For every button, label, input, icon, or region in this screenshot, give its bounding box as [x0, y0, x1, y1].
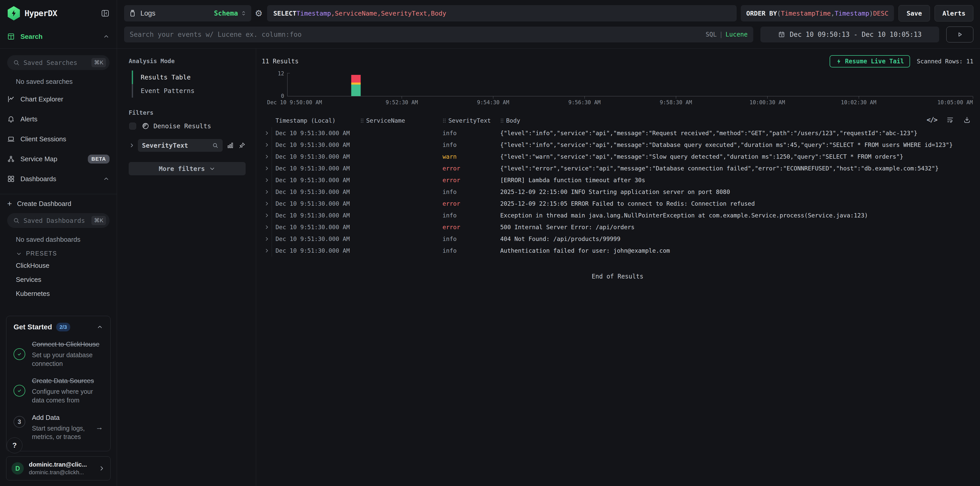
- row-expand-chevron-icon[interactable]: [262, 163, 272, 174]
- histogram-plot[interactable]: Dec 10 9:50:00 AM9:52:30 AM9:54:30 AM9:5…: [287, 73, 973, 96]
- download-icon[interactable]: [963, 116, 971, 124]
- x-axis-label: 10:05:00 AM: [937, 99, 973, 105]
- table-row[interactable]: Dec 10 9:51:30.000 AMinfo{"level":"info"…: [262, 139, 974, 151]
- sidebar-item-chart-explorer[interactable]: Chart Explorer: [7, 89, 110, 109]
- row-expand-chevron-icon[interactable]: [262, 221, 272, 233]
- saved-dashboards-field[interactable]: [24, 217, 91, 224]
- gear-icon[interactable]: ⚙: [255, 8, 262, 18]
- row-expand-chevron-icon[interactable]: [262, 245, 272, 257]
- order-by-box[interactable]: ORDER BY (TimestampTime, Timestamp) DESC: [741, 5, 894, 21]
- row-expand-chevron-icon[interactable]: [262, 210, 272, 221]
- column-header-body[interactable]: Body: [500, 117, 974, 124]
- column-header-severitytext[interactable]: SeverityText: [442, 117, 500, 124]
- histogram-bar[interactable]: [352, 75, 361, 96]
- table-row[interactable]: Dec 10 9:51:30.000 AMerror2025-12-09 22:…: [262, 198, 974, 210]
- chevron-up-icon[interactable]: [97, 324, 103, 330]
- chevron-right-icon[interactable]: [129, 142, 135, 148]
- bar-segment-error: [352, 75, 361, 83]
- step-description: Set up your database connection: [32, 351, 103, 368]
- chevron-up-icon[interactable]: [103, 33, 110, 40]
- chevron-up-icon[interactable]: [103, 175, 110, 182]
- sidebar-item-client-sessions[interactable]: Client Sessions: [7, 129, 110, 149]
- mode-divider: |: [719, 31, 723, 38]
- schema-mode-label: Schema: [214, 10, 238, 17]
- table-row[interactable]: Dec 10 9:51:30.000 AMerror500 Internal S…: [262, 221, 974, 233]
- resume-live-tail-button[interactable]: Resume Live Tail: [830, 55, 910, 67]
- table-row[interactable]: Dec 10 9:51:30.000 AMinfo404 Not Found: …: [262, 233, 974, 245]
- cell-severitytext: info: [442, 188, 500, 195]
- column-header-timestamp[interactable]: Timestamp (Local): [275, 117, 360, 124]
- x-axis-label: 10:00:30 AM: [749, 99, 785, 105]
- get-started-header[interactable]: Get Started 2/3: [14, 323, 103, 331]
- denoise-row[interactable]: Denoise Results: [129, 122, 246, 130]
- collapse-sidebar-icon[interactable]: [101, 9, 110, 18]
- analysis-mode-event-patterns[interactable]: Event Patterns: [132, 84, 246, 97]
- table-row[interactable]: Dec 10 9:51:30.000 AMerror{"level":"erro…: [262, 163, 974, 174]
- code-view-icon[interactable]: </>: [927, 116, 937, 124]
- preset-item-clickhouse[interactable]: ClickHouse: [7, 258, 110, 272]
- event-search-input[interactable]: [130, 31, 700, 38]
- bar-segment-warn: [352, 83, 361, 84]
- preset-item-services[interactable]: Services: [7, 272, 110, 287]
- drag-handle-icon[interactable]: [442, 118, 446, 123]
- filter-group-field[interactable]: SeverityText: [138, 139, 223, 152]
- table-row[interactable]: Dec 10 9:51:30.000 AMinfo{"level":"info"…: [262, 127, 974, 139]
- table-row[interactable]: Dec 10 9:51:30.000 AMinfoException in th…: [262, 210, 974, 221]
- presets-header[interactable]: PRESETS: [16, 250, 110, 257]
- drag-handle-icon[interactable]: [360, 118, 364, 123]
- sql-mode-label[interactable]: SQL: [705, 31, 716, 38]
- row-expand-chevron-icon[interactable]: [262, 233, 272, 245]
- query-language-toggle[interactable]: SQL|Lucene: [705, 31, 748, 38]
- saved-searches-field[interactable]: [24, 59, 91, 67]
- table-row[interactable]: Dec 10 9:51:30.000 AMerror[ERROR] Lambda…: [262, 174, 974, 186]
- cell-timestamp: Dec 10 9:51:30.000 AM: [275, 200, 360, 207]
- save-button[interactable]: Save: [899, 5, 930, 21]
- shortcut-badge: ⌘K: [91, 58, 106, 67]
- pin-icon[interactable]: [239, 142, 246, 149]
- source-select[interactable]: Logs Schema: [124, 5, 251, 21]
- row-expand-chevron-icon[interactable]: [262, 151, 272, 163]
- row-expand-chevron-icon[interactable]: [262, 186, 272, 198]
- row-expand-chevron-icon[interactable]: [262, 127, 272, 139]
- row-expand-chevron-icon[interactable]: [262, 198, 272, 210]
- row-expand-chevron-icon[interactable]: [262, 174, 272, 186]
- sidebar-item-dashboards[interactable]: Dashboards: [7, 169, 110, 189]
- select-query-box[interactable]: SELECT Timestamp,ServiceName,SeverityTex…: [267, 5, 737, 21]
- run-query-button[interactable]: [946, 27, 974, 42]
- sidebar-item-alerts[interactable]: Alerts: [7, 109, 110, 129]
- cell-timestamp: Dec 10 9:51:30.000 AM: [275, 224, 360, 231]
- analysis-mode-results-table[interactable]: Results Table: [132, 70, 246, 84]
- alerts-button[interactable]: Alerts: [935, 5, 974, 21]
- cell-severitytext: info: [442, 212, 500, 219]
- sidebar-item-service-map[interactable]: Service MapBETA: [7, 149, 110, 169]
- denoise-label: Denoise Results: [153, 123, 211, 130]
- shortcut-badge: ⌘K: [91, 216, 106, 225]
- column-header-servicename[interactable]: ServiceName: [360, 117, 442, 124]
- saved-dashboards-input[interactable]: ⌘K: [7, 213, 110, 228]
- get-started-step-add-data[interactable]: 3 Add Data Start sending logs, metrics, …: [14, 413, 103, 441]
- date-range-picker[interactable]: Dec 10 09:50:13 - Dec 10 10:05:13: [760, 27, 939, 42]
- table-row[interactable]: Dec 10 9:51:30.000 AMwarn{"level":"warn"…: [262, 151, 974, 163]
- wrap-text-icon[interactable]: [946, 116, 954, 124]
- x-axis-tick: [973, 96, 973, 99]
- chart-toggle-icon[interactable]: [227, 142, 234, 149]
- more-filters-button[interactable]: More filters: [129, 162, 246, 175]
- user-profile-card[interactable]: D dominic.tran@clic... dominic.tran@clic…: [6, 456, 111, 480]
- table-row[interactable]: Dec 10 9:51:30.000 AMinfoAuthentication …: [262, 245, 974, 257]
- sidebar-item-search[interactable]: Search: [7, 27, 110, 46]
- create-dashboard-button[interactable]: + Create Dashboard: [7, 194, 110, 213]
- saved-searches-input[interactable]: ⌘K: [7, 55, 110, 70]
- get-started-step-datasources[interactable]: Create Data Sources Configure where your…: [14, 377, 103, 405]
- step-number-badge: 3: [14, 416, 25, 428]
- event-search-box[interactable]: SQL|Lucene: [124, 27, 753, 42]
- get-started-step-connect[interactable]: Connect to ClickHouse Set up your databa…: [14, 340, 103, 368]
- row-expand-chevron-icon[interactable]: [262, 139, 272, 151]
- help-button[interactable]: ?: [6, 437, 22, 453]
- preset-item-kubernetes[interactable]: Kubernetes: [7, 287, 110, 301]
- sidebar-item-team-settings[interactable]: ⚙ Team Settings: [7, 309, 110, 316]
- denoise-checkbox[interactable]: [129, 123, 136, 129]
- table-row[interactable]: Dec 10 9:51:30.000 AMinfo2025-12-09 22:1…: [262, 186, 974, 198]
- drag-handle-icon[interactable]: [500, 118, 504, 123]
- results-histogram[interactable]: 12 0 Dec 10 9:50:00 AM9:52:30 AM9:54:30 …: [262, 69, 974, 106]
- lucene-mode-label[interactable]: Lucene: [725, 31, 748, 38]
